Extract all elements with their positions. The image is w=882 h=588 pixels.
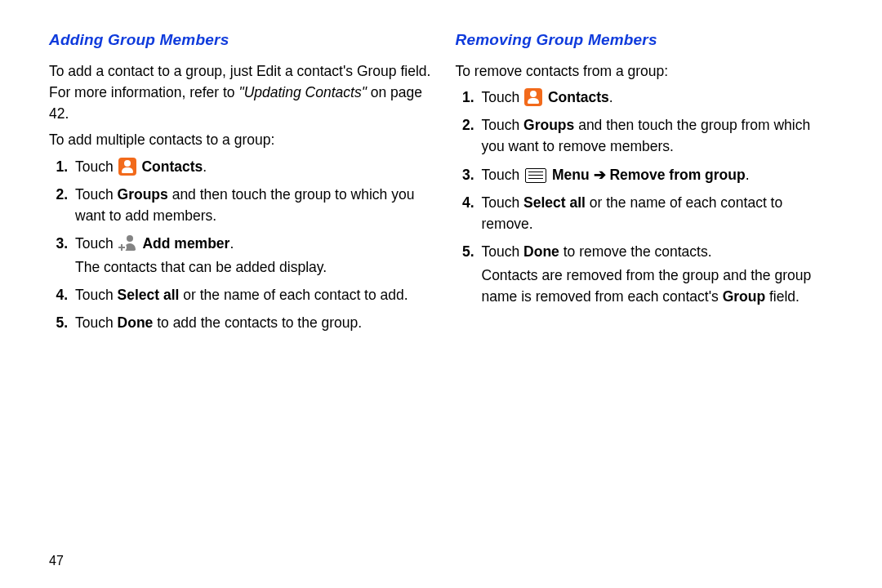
col-removing: Removing Group Members To remove contact… (456, 29, 838, 572)
step-4: Touch Select all or the name of each con… (72, 284, 431, 305)
page-number: 47 (49, 554, 64, 568)
label-select-all: Select all (523, 194, 586, 211)
manual-page: Adding Group Members To add a contact to… (0, 0, 882, 588)
text: . (203, 158, 207, 175)
step-5-sub: Contacts are removed from the group and … (482, 265, 838, 308)
text: to add the contacts to the group. (153, 314, 362, 331)
step-4: Touch Select all or the name of each con… (479, 192, 838, 235)
step-1: Touch Contacts. (72, 156, 431, 177)
text: Touch (482, 194, 524, 211)
label-select-all: Select all (118, 287, 180, 303)
text: to remove the contacts. (559, 243, 712, 260)
label-done: Done (118, 314, 154, 331)
step-5: Touch Done to remove the contacts. Conta… (479, 241, 838, 307)
intro-removing: To remove contacts from a group: (456, 60, 838, 82)
text: Touch (482, 167, 524, 183)
label-add-member: Add member (142, 235, 229, 252)
contacts-icon (118, 158, 136, 176)
text: Touch (75, 235, 118, 252)
text: . (609, 89, 613, 105)
text: Touch (482, 243, 524, 260)
step-2: Touch Groups and then touch the group to… (72, 184, 431, 227)
heading-removing: Removing Group Members (456, 29, 838, 52)
label-groups: Groups (118, 186, 168, 203)
step-3: Touch Add member. The contacts that can … (72, 233, 431, 278)
text: . (229, 235, 234, 252)
step-3: Touch Menu ➔ Remove from group. (479, 164, 838, 185)
label-remove-from-group: Remove from group (609, 167, 745, 183)
contacts-icon (524, 88, 542, 106)
heading-adding: Adding Group Members (49, 29, 431, 52)
step-5: Touch Done to add the contacts to the gr… (72, 312, 431, 333)
intro-multi: To add multiple contacts to a group: (49, 129, 431, 150)
label-done: Done (523, 243, 559, 260)
label-menu: Menu (552, 167, 590, 183)
label-contacts: Contacts (548, 89, 609, 105)
menu-icon (525, 168, 546, 183)
arrow-icon: ➔ (590, 167, 610, 183)
step-3-sub: The contacts that can be added display. (75, 256, 431, 278)
text: Touch (482, 89, 524, 105)
col-adding: Adding Group Members To add a contact to… (49, 29, 431, 572)
text: or the name of each contact to add. (179, 287, 408, 303)
step-1: Touch Contacts. (479, 87, 838, 108)
ref-italic: "Updating Contacts" (238, 84, 366, 100)
text: Touch (75, 314, 118, 331)
text: Touch (75, 158, 118, 175)
label-group-field: Group (723, 288, 766, 305)
step-2: Touch Groups and then touch the group fr… (479, 114, 838, 158)
text: Touch (75, 287, 118, 303)
text: field. (765, 288, 800, 305)
add-member-icon (118, 235, 138, 252)
label-groups: Groups (523, 117, 574, 133)
steps-adding: Touch Contacts. Touch Groups and then to… (49, 156, 431, 334)
intro-paragraph: To add a contact to a group, just Edit a… (49, 60, 431, 125)
text: Touch (75, 186, 118, 203)
steps-removing: Touch Contacts. Touch Groups and then to… (456, 87, 838, 307)
text: . (746, 167, 750, 183)
label-contacts: Contacts (141, 158, 203, 175)
text: Touch (482, 117, 524, 133)
